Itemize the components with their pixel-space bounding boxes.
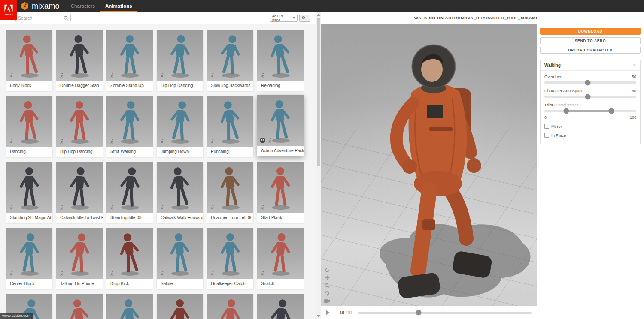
animation-thumbnail bbox=[106, 294, 153, 319]
send-to-aero-button[interactable]: SEND TO AERO bbox=[540, 37, 641, 44]
animation-card[interactable]: Body Block bbox=[6, 30, 52, 91]
camera-icon[interactable] bbox=[324, 298, 330, 304]
scroll-up-arrow-icon[interactable] bbox=[317, 13, 320, 17]
animation-card[interactable]: Standing Idle 03 bbox=[106, 162, 153, 223]
mannequin-figure bbox=[117, 298, 143, 319]
arm-space-slider[interactable] bbox=[544, 96, 636, 98]
search-input[interactable] bbox=[18, 15, 64, 21]
mannequin-figure bbox=[67, 34, 92, 78]
arm-space-slider-thumb[interactable] bbox=[585, 94, 590, 99]
trim-minmax: 0 100 bbox=[544, 115, 636, 120]
library-scrollbar[interactable] bbox=[316, 12, 321, 319]
animation-type-icon bbox=[210, 271, 215, 276]
tab-animations[interactable]: Animations bbox=[100, 0, 137, 12]
animation-card[interactable]: Salute bbox=[157, 228, 203, 289]
animation-card-label: Standing Idle 03 bbox=[106, 213, 153, 223]
mannequin-figure bbox=[16, 166, 42, 211]
animation-card[interactable]: Hip Hop Dancing bbox=[157, 30, 203, 91]
upload-character-button[interactable]: UPLOAD CHARACTER bbox=[540, 47, 641, 54]
animation-card[interactable]: Catwalk Idle To Twist R bbox=[56, 162, 103, 223]
overdrive-slider-thumb[interactable] bbox=[585, 80, 590, 85]
orbit-icon[interactable] bbox=[324, 267, 330, 273]
animation-card[interactable]: Zombie Stand Up bbox=[106, 30, 153, 91]
scroll-down-arrow-icon[interactable] bbox=[317, 314, 320, 318]
mirror-checkbox[interactable] bbox=[544, 124, 549, 129]
viewport-3d[interactable] bbox=[321, 24, 537, 306]
mirror-checkbox-row[interactable]: Mirror bbox=[544, 124, 636, 129]
animation-card[interactable]: Unarmed Turn Left 90 bbox=[207, 162, 253, 223]
animation-card[interactable]: Double Dagger Stab bbox=[56, 30, 103, 91]
animation-card[interactable]: Reloading bbox=[257, 30, 304, 91]
mannequin-figure bbox=[67, 298, 92, 319]
trim-range-slider[interactable] bbox=[544, 110, 636, 112]
mixamo-brand[interactable]: mixamo bbox=[21, 2, 60, 11]
animation-card-label: Salute bbox=[157, 279, 203, 289]
animation-card[interactable]: Strut Walking bbox=[106, 96, 153, 157]
animation-card[interactable]: Talking On Phone bbox=[56, 228, 103, 289]
animation-thumbnail bbox=[56, 30, 103, 81]
in-place-checkbox[interactable] bbox=[544, 133, 549, 138]
animation-card-label: Slow Jog Backwards bbox=[207, 81, 253, 91]
close-icon[interactable]: ✕ bbox=[633, 63, 636, 68]
animation-type-icon bbox=[59, 139, 64, 144]
scrollbar-thumb[interactable] bbox=[317, 18, 320, 166]
mannequin-figure bbox=[67, 232, 92, 277]
right-sidebar: DOWNLOAD SEND TO AERO UPLOAD CHARACTER W… bbox=[537, 12, 644, 319]
animation-thumbnail bbox=[6, 96, 52, 147]
reset-view-icon[interactable] bbox=[324, 290, 330, 296]
animation-card-label: Drop Kick bbox=[106, 279, 153, 289]
trim-range-fill bbox=[566, 110, 611, 112]
animation-card[interactable] bbox=[157, 294, 203, 319]
animation-card[interactable]: Center Block bbox=[6, 228, 52, 289]
adobe-logo[interactable]: Adobe bbox=[0, 0, 17, 20]
trim-start-thumb[interactable] bbox=[564, 108, 569, 114]
animation-thumbnail bbox=[56, 294, 103, 319]
trim-row: Trim32 total frames bbox=[544, 102, 636, 107]
animation-card[interactable]: 22 Action Adventure Pack bbox=[257, 95, 304, 156]
download-button[interactable]: DOWNLOAD bbox=[540, 28, 641, 35]
animation-card-label: Center Block bbox=[6, 279, 52, 289]
tab-characters[interactable]: Characters bbox=[66, 0, 100, 12]
animation-thumbnail bbox=[56, 228, 103, 279]
mannequin-figure bbox=[267, 99, 293, 144]
animation-thumbnail bbox=[207, 162, 253, 213]
mannequin-figure bbox=[67, 166, 92, 211]
animation-thumbnail bbox=[106, 96, 153, 147]
animation-card[interactable] bbox=[106, 294, 153, 319]
animation-card[interactable]: Drop Kick bbox=[106, 228, 153, 289]
overdrive-slider[interactable] bbox=[544, 81, 636, 84]
trim-end-thumb[interactable] bbox=[609, 108, 614, 114]
animation-card[interactable]: Slow Jog Backwards bbox=[207, 30, 253, 91]
animation-card[interactable] bbox=[257, 294, 304, 319]
animation-card[interactable]: Hip Hop Dancing bbox=[56, 96, 103, 157]
frame-separator: / bbox=[346, 310, 347, 315]
play-button[interactable] bbox=[321, 306, 334, 319]
animation-card[interactable]: Punching bbox=[207, 96, 253, 157]
mannequin-figure bbox=[217, 100, 243, 144]
animation-type-icon bbox=[260, 271, 265, 276]
animation-card-label: Strut Walking bbox=[106, 147, 153, 157]
animation-card[interactable]: Catwalk Walk Forward bbox=[157, 162, 203, 223]
animation-thumbnail bbox=[257, 294, 304, 319]
settings-button[interactable]: ⚙ bbox=[299, 15, 310, 22]
timeline-slider[interactable] bbox=[358, 312, 532, 314]
animation-grid: Body Block Double Dagger Stab Zombie Sta… bbox=[6, 30, 304, 319]
timeline-thumb[interactable] bbox=[416, 310, 422, 316]
zoom-icon[interactable] bbox=[324, 283, 330, 288]
pan-icon[interactable] bbox=[324, 275, 330, 280]
animation-type-icon bbox=[210, 139, 215, 144]
animation-card[interactable]: Snatch bbox=[257, 228, 304, 289]
animation-card[interactable]: Goalkeeper Catch bbox=[207, 228, 253, 289]
animation-card[interactable]: Standing 2H Magic Attack 01 bbox=[6, 162, 52, 223]
animation-card[interactable] bbox=[56, 294, 103, 319]
animation-card[interactable] bbox=[207, 294, 253, 319]
per-page-select[interactable]: 48 Per page bbox=[270, 15, 298, 22]
animation-card[interactable]: Start Plank bbox=[257, 162, 304, 223]
animation-card-label: Reloading bbox=[257, 81, 304, 91]
animation-card[interactable]: Jumping Down bbox=[157, 96, 203, 157]
animation-card[interactable]: Dancing bbox=[6, 96, 52, 157]
in-place-checkbox-row[interactable]: In Place bbox=[544, 133, 636, 138]
mirror-label: Mirror bbox=[551, 124, 562, 129]
overdrive-row: Overdrive 50 bbox=[544, 74, 636, 79]
animation-type-icon bbox=[260, 73, 265, 78]
